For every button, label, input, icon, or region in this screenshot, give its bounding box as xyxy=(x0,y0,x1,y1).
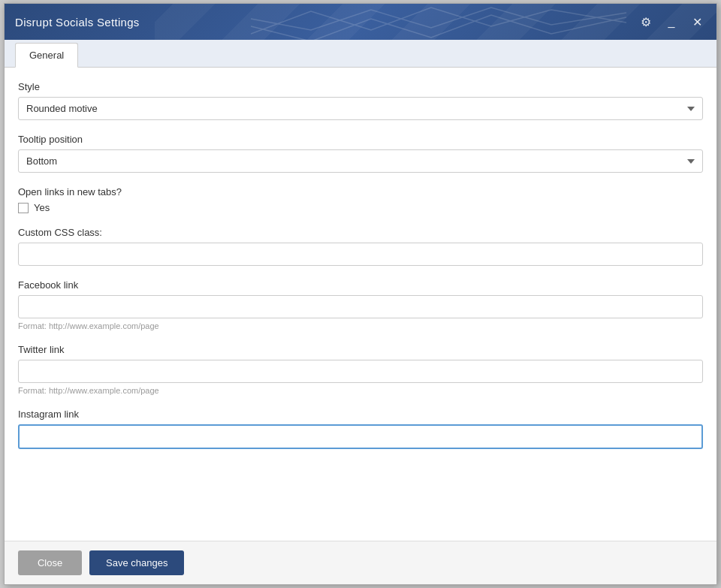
twitter-label: Twitter link xyxy=(18,344,703,355)
tooltip-position-label: Tooltip position xyxy=(18,134,703,145)
instagram-field-group: Instagram link xyxy=(18,409,703,449)
dialog: Disrupt Socials Settings ⚙ _ ✕ General S… xyxy=(4,3,717,585)
tab-general[interactable]: General xyxy=(15,43,78,68)
open-links-checkbox-row: Yes xyxy=(18,202,703,213)
instagram-input[interactable] xyxy=(18,424,703,449)
style-select[interactable]: Rounded motive Square Circle Flat xyxy=(18,97,703,120)
twitter-hint: Format: http://www.example.com/page xyxy=(18,386,703,395)
facebook-input[interactable] xyxy=(18,295,703,318)
style-label: Style xyxy=(18,81,703,92)
instagram-label: Instagram link xyxy=(18,409,703,420)
open-links-checkbox[interactable] xyxy=(18,203,29,213)
twitter-field-group: Twitter link Format: http://www.example.… xyxy=(18,344,703,395)
footer: Close Save changes xyxy=(5,541,716,584)
title-bar: Disrupt Socials Settings ⚙ _ ✕ xyxy=(5,4,716,40)
title-bar-controls: ⚙ _ ✕ xyxy=(637,13,706,31)
content-area: Style Rounded motive Square Circle Flat … xyxy=(5,68,716,541)
facebook-label: Facebook link xyxy=(18,279,703,291)
facebook-field-group: Facebook link Format: http://www.example… xyxy=(18,279,703,330)
style-field-group: Style Rounded motive Square Circle Flat xyxy=(18,81,703,120)
close-button[interactable]: ✕ xyxy=(688,13,706,31)
open-links-label: Open links in new tabs? xyxy=(18,186,703,198)
tooltip-position-field-group: Tooltip position Bottom Top Left Right xyxy=(18,134,703,173)
minimize-button[interactable]: _ xyxy=(662,13,680,31)
tooltip-position-select[interactable]: Bottom Top Left Right xyxy=(18,149,703,173)
close-button-footer[interactable]: Close xyxy=(18,550,82,575)
tabs-bar: General xyxy=(5,40,716,68)
custom-css-field-group: Custom CSS class: xyxy=(18,227,703,266)
gear-button[interactable]: ⚙ xyxy=(637,13,655,31)
custom-css-input[interactable] xyxy=(18,243,703,266)
custom-css-label: Custom CSS class: xyxy=(18,227,703,238)
open-links-checkbox-label: Yes xyxy=(34,202,50,213)
facebook-hint: Format: http://www.example.com/page xyxy=(18,321,703,330)
twitter-input[interactable] xyxy=(18,360,703,383)
open-links-field-group: Open links in new tabs? Yes xyxy=(18,186,703,213)
dialog-title: Disrupt Socials Settings xyxy=(15,16,140,29)
save-changes-button[interactable]: Save changes xyxy=(89,550,184,575)
